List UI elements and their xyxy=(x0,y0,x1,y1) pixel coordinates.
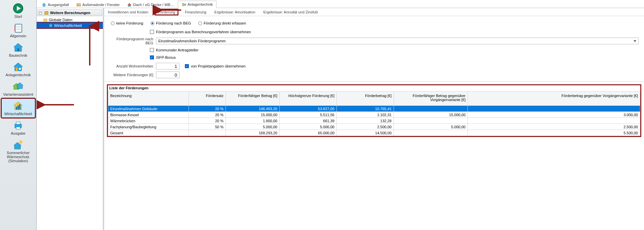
checkbox-label: Kommunaler Antragsteller xyxy=(156,48,199,52)
foerderprogramm-combo[interactable]: Einzelmaßnahmen/kein Förderprogramm xyxy=(156,38,639,44)
svg-marker-30 xyxy=(127,3,131,5)
tree-header: − Weitere Berechnungen xyxy=(37,9,102,16)
table-cell: 3.000,00 xyxy=(468,112,640,118)
checkbox-von-projekt[interactable] xyxy=(185,64,189,68)
top-tab-aussenwaende[interactable]: Außenwände / Fenster xyxy=(73,1,123,8)
col-foerderbetrag[interactable]: Förderbetrag [€] xyxy=(337,92,394,106)
wohneinheiten-label: Anzahl Wohneinheiten xyxy=(110,64,153,68)
sidebar-item-bautechnik[interactable]: Bautechnik xyxy=(2,40,35,59)
house-sun-icon xyxy=(12,139,24,150)
top-tab-ausgangsfall[interactable]: Ausgangsfall xyxy=(38,1,73,8)
table-cell: 5.500,00 xyxy=(468,130,640,136)
table-row[interactable]: Biomasse-Kessel20 %15.000,005.511,561.10… xyxy=(108,112,640,118)
col-foerderbetrag-vs[interactable]: Förderbetrag gegenüber Vorgängervariante… xyxy=(468,92,640,106)
radio-label: Förderung direkt erfassen xyxy=(204,21,246,25)
svg-rect-18 xyxy=(17,105,19,109)
svg-rect-31 xyxy=(128,5,131,7)
svg-marker-25 xyxy=(42,3,46,7)
sidebar-item-sommerlicher[interactable]: Sommerlicher Wärmeschutz (Simulation) xyxy=(2,138,35,165)
table-row[interactable]: Einzelmaßnahmen Gebäude20 %146.493,2053.… xyxy=(108,106,640,112)
radio-label: Förderung nach BEG xyxy=(156,21,191,25)
svg-rect-12 xyxy=(16,67,17,71)
svg-rect-21 xyxy=(16,122,20,124)
globe-icon xyxy=(49,24,53,28)
table-cell: 20 % xyxy=(189,118,226,124)
radio-foerderung-beg[interactable]: Förderung nach BEG xyxy=(151,21,191,25)
house-blue-icon xyxy=(12,42,24,53)
sidebar-item-start[interactable]: Start xyxy=(2,1,35,20)
svg-rect-17 xyxy=(16,107,17,109)
table-row[interactable]: Gesamt168.293,2065.000,0014.500,005.500,… xyxy=(108,130,640,136)
tree-node-wirtschaftlichkeit[interactable]: Wirtschaftlichkeit xyxy=(37,22,103,28)
sidebar-item-label: Start xyxy=(14,14,22,18)
checkbox-kommunal[interactable] xyxy=(150,48,154,52)
svg-point-33 xyxy=(184,4,186,6)
combo-value: Einzelmaßnahmen/kein Förderprogramm xyxy=(158,39,226,43)
checkbox-berechnungsverfahren[interactable] xyxy=(150,30,154,34)
main-area: Ausgangsfall Außenwände / Fenster Dach /… xyxy=(37,0,644,230)
tree-node-label: Globale Daten xyxy=(49,18,72,22)
table-cell: 15.000,00 xyxy=(226,112,280,118)
foerderprogramm-label: Förderprogramm nach BEG xyxy=(110,37,153,45)
table-cell: 661,39 xyxy=(280,118,337,124)
svg-point-23 xyxy=(19,140,23,144)
sidebar-item-wirtschaftlichkeit[interactable]: Wirtschaftlichkeit xyxy=(2,99,35,118)
sidebar-item-label: Allgemein xyxy=(10,34,26,38)
table-caption: Liste der Förderungen xyxy=(108,85,640,91)
sidebar-item-allgemein[interactable]: Allgemein xyxy=(2,21,35,40)
table-cell: 10.765,41 xyxy=(337,106,394,112)
tree-header-label: Weitere Berechnungen xyxy=(50,11,90,15)
table-cell xyxy=(468,106,640,112)
svg-rect-8 xyxy=(14,30,15,31)
foerderung-radio-group: keine Förderung Förderung nach BEG Förde… xyxy=(111,21,246,25)
houses-icon xyxy=(12,81,24,92)
subtab-amortisation[interactable]: Ergebnisse: Amortisation xyxy=(213,9,257,15)
radio-foerderung-direkt[interactable]: Förderung direkt erfassen xyxy=(198,21,246,25)
top-tab-anlagentechnik[interactable]: Anlagentechnik xyxy=(178,1,216,8)
collapse-icon[interactable]: − xyxy=(39,11,42,14)
content-panel: Investitionen und Kosten Förderung Finan… xyxy=(104,8,644,230)
wohneinheiten-input[interactable] xyxy=(156,63,179,70)
top-tab-label: Außenwände / Fenster xyxy=(82,3,120,7)
top-tab-dach[interactable]: Dach / oG Decke / WB… xyxy=(123,1,178,8)
table-cell: 2.500,00 xyxy=(337,124,394,130)
svg-rect-34 xyxy=(45,11,48,14)
subtab-foerderung[interactable]: Förderung xyxy=(155,9,178,15)
sidebar-item-anlagentechnik[interactable]: Anlagentechnik xyxy=(2,60,35,79)
sidebar-item-label: Ausgabe xyxy=(11,131,25,135)
svg-marker-15 xyxy=(16,83,23,89)
weitere-foerderungen-input[interactable] xyxy=(156,72,179,78)
weitere-foerderungen-label: Weitere Förderungen [€] xyxy=(110,73,153,77)
radio-keine-foerderung[interactable]: keine Förderung xyxy=(111,21,143,25)
col-foerderfaehig[interactable]: Förderfähiger Betrag [€] xyxy=(226,92,280,106)
col-bezeichnung[interactable]: Bezeichnung xyxy=(108,92,189,106)
checkbox-label: von Projektangaben übernehmen xyxy=(191,64,246,68)
svg-rect-6 xyxy=(14,26,15,27)
tree-node-globale-daten[interactable]: Globale Daten xyxy=(37,17,103,22)
table-row[interactable]: Fachplanung/Baubegleitung50 %5.000,005.0… xyxy=(108,124,640,130)
table-cell xyxy=(189,130,226,136)
table-cell: 20 % xyxy=(189,106,226,112)
subtab-annuitaet[interactable]: Ergebnisse: Annuität und Zinsfuß xyxy=(262,9,320,15)
col-foerdersatz[interactable]: Fördersatz xyxy=(189,92,226,106)
tree-panel: − Weitere Berechnungen Globale Daten Wir… xyxy=(37,8,103,230)
table-cell: Biomasse-Kessel xyxy=(108,112,189,118)
foerderungen-table: Bezeichnung Fördersatz Förderfähiger Bet… xyxy=(108,91,640,136)
roof-icon xyxy=(127,2,132,7)
top-tabs: Ausgangsfall Außenwände / Fenster Dach /… xyxy=(37,0,644,8)
col-foerderfaehig-vs[interactable]: Förderfähiger Betrag gegenüber Vorgänger… xyxy=(394,92,468,106)
top-tab-label: Anlagentechnik xyxy=(188,2,213,6)
col-hoechstgrenze[interactable]: Höchstgrenze Förderung [€] xyxy=(280,92,337,106)
sidebar-item-label: Wirtschaftlichkeit xyxy=(4,112,32,116)
subtabs: Investitionen und Kosten Förderung Finan… xyxy=(104,8,644,16)
table-cell: 132,28 xyxy=(337,118,394,124)
table-cell: Einzelmaßnahmen Gebäude xyxy=(108,106,189,112)
svg-point-36 xyxy=(49,24,52,27)
subtab-finanzierung[interactable]: Finanzierung xyxy=(183,9,208,15)
sidebar-item-variantenassistent[interactable]: Variantenassistent xyxy=(2,79,35,98)
subtab-investitionen[interactable]: Investitionen und Kosten xyxy=(106,9,150,15)
sidebar-item-ausgabe[interactable]: Ausgabe xyxy=(2,118,35,137)
svg-rect-2 xyxy=(15,24,22,32)
table-row[interactable]: Wärmebrücken20 %1.800,00661,39132,28 xyxy=(108,118,640,124)
checkbox-isfp[interactable] xyxy=(150,55,154,59)
